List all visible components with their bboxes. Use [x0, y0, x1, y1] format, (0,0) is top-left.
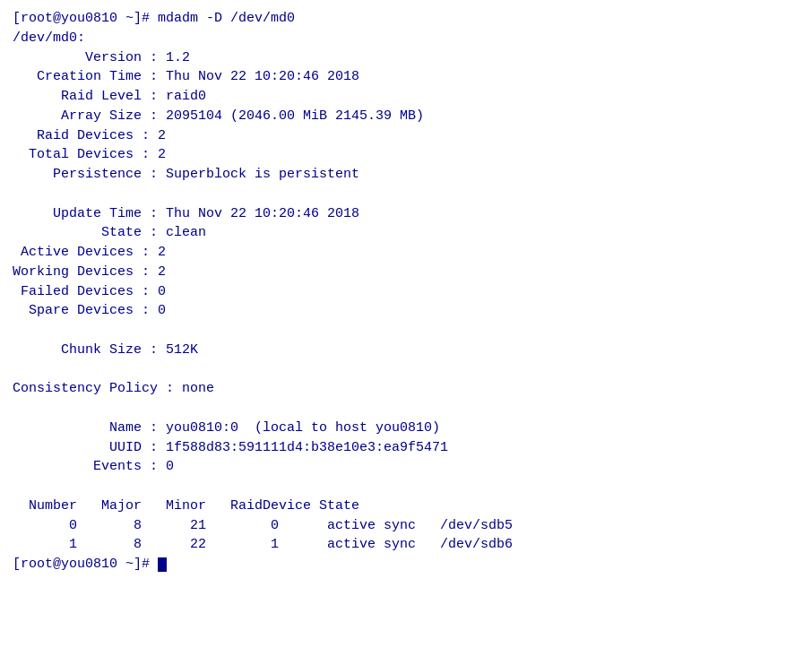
- active-devices-line: Active Devices : 2: [13, 245, 166, 260]
- table-row-1: 1 8 22 1 active sync /dev/sdb6: [13, 537, 513, 552]
- command-line: [root@you0810 ~]# mdadm -D /dev/md0: [13, 11, 295, 26]
- spare-devices-line: Spare Devices : 0: [13, 303, 166, 318]
- prompt2-line: [root@you0810 ~]#: [13, 557, 167, 572]
- version-line: Version : 1.2: [13, 50, 190, 65]
- raid-devices-line: Raid Devices : 2: [13, 128, 166, 143]
- table-header-line: Number Major Minor RaidDevice State: [13, 498, 359, 514]
- raid-level-line: Raid Level : raid0: [13, 89, 206, 104]
- consistency-policy-line: Consistency Policy : none: [13, 381, 214, 396]
- chunk-size-line: Chunk Size : 512K: [13, 342, 198, 358]
- persistence-line: Persistence : Superblock is persistent: [13, 167, 359, 182]
- events-line: Events : 0: [13, 459, 174, 474]
- terminal-content: [root@you0810 ~]# mdadm -D /dev/md0 /dev…: [13, 9, 799, 574]
- table-row-0: 0 8 21 0 active sync /dev/sdb5: [13, 518, 513, 533]
- failed-devices-line: Failed Devices : 0: [13, 284, 166, 299]
- md0-device-line: /dev/md0:: [13, 30, 85, 46]
- terminal-cursor: [158, 557, 167, 572]
- total-devices-line: Total Devices : 2: [13, 147, 166, 162]
- state-line: State : clean: [13, 225, 206, 240]
- update-time-line: Update Time : Thu Nov 22 10:20:46 2018: [13, 206, 359, 221]
- uuid-line: UUID : 1f588d83:591111d4:b38e10e3:ea9f54…: [13, 440, 448, 455]
- terminal-window: [root@you0810 ~]# mdadm -D /dev/md0 /dev…: [0, 0, 812, 665]
- array-size-line: Array Size : 2095104 (2046.00 MiB 2145.3…: [13, 108, 424, 124]
- name-line: Name : you0810:0 (local to host you0810): [13, 420, 440, 436]
- creation-time-line: Creation Time : Thu Nov 22 10:20:46 2018: [13, 69, 359, 84]
- working-devices-line: Working Devices : 2: [13, 264, 166, 280]
